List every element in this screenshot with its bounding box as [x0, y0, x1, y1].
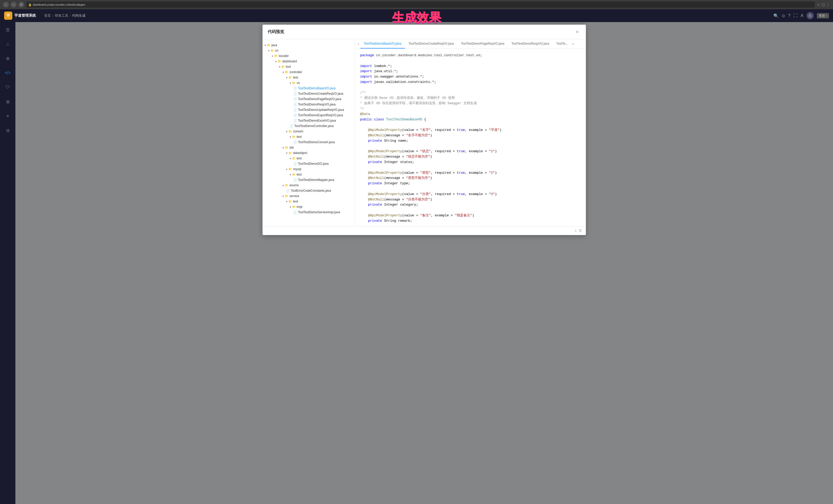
tree-label-7: vo — [297, 81, 300, 85]
search-icon[interactable]: 🔍 — [774, 13, 779, 18]
tree-item-3[interactable]: ▾📁dashboard — [263, 58, 355, 64]
tree-item-13[interactable]: 📄ToolTestDemoExportReqVO.java — [263, 113, 355, 118]
tree-arrow-21: ▾ — [290, 157, 291, 160]
tab-2[interactable]: ToolTestDemoPageReqVO.java — [457, 39, 508, 48]
tree-item-18[interactable]: 📄ToolTestDemoConvert.java — [263, 139, 355, 145]
file-tree: ▾📁java▾📁cn▾📁iocoder▾📁dashboard▾📁tool▾📁co… — [263, 39, 355, 226]
sidebar-item-list[interactable]: ≡ — [3, 111, 12, 121]
code-panel: ‹ ToolTestDemoBaseVO.java ToolTestDemoCr… — [355, 39, 586, 226]
tree-item-19[interactable]: ▾📁dal — [263, 145, 355, 150]
tree-arrow-0: ▾ — [265, 44, 266, 47]
tree-item-4[interactable]: ▾📁tool — [263, 64, 355, 69]
tree-item-14[interactable]: 📄ToolTestDemoExcelVO.java — [263, 118, 355, 123]
tree-item-22[interactable]: 📄ToolTestDemoDO.java — [263, 161, 355, 166]
tree-item-0[interactable]: ▾📁java — [263, 42, 355, 48]
help-icon[interactable]: ? — [788, 13, 790, 18]
tree-item-15[interactable]: 📄ToolTestDemoController.java — [263, 123, 355, 128]
folder-icon-2: 📁 — [274, 54, 278, 57]
breadcrumb: 首页 / 研发工具 / 代码生成 — [44, 13, 86, 18]
back-button[interactable]: ← — [3, 2, 9, 7]
folder-icon-4: 📁 — [281, 65, 285, 68]
tree-label-4: tool — [286, 65, 291, 69]
fullscreen-icon[interactable]: ⛶ — [793, 13, 798, 18]
sidebar-item-code[interactable]: </> — [3, 68, 12, 77]
tree-item-17[interactable]: ▾📁test — [263, 134, 355, 139]
file-icon-11: 📄 — [293, 103, 297, 106]
font-icon[interactable]: A — [801, 13, 804, 18]
sidebar-item-grid[interactable]: ⊟ — [3, 126, 12, 135]
code-field4-ann2: @NotNull(message = "分类不能为空") — [360, 197, 581, 202]
extensions-icon[interactable]: ⬡ — [822, 3, 825, 7]
breadcrumb-sep1: / — [52, 14, 53, 18]
code-class-decl: public class ToolTestDemoBaseVO { — [360, 117, 581, 122]
tree-item-7[interactable]: ▾📁vo — [263, 80, 355, 86]
tree-item-16[interactable]: ▾📁convert — [263, 128, 355, 134]
sidebar-item-shield[interactable]: 🛡 — [3, 82, 12, 92]
tree-arrow-2: ▾ — [272, 55, 273, 57]
content-area: 代码预览 × ▾📁java▾📁cn▾📁iocoder▾📁dashboard▾📁t… — [16, 22, 833, 504]
top-nav: 芋 芋道管理系统 首页 / 研发工具 / 代码生成 🔍 ⊙ ? ⛶ A 已 更新… — [0, 9, 833, 22]
nav-right: 🔍 ⊙ ? ⛶ A 已 更新 › — [774, 12, 829, 19]
tab-next-button[interactable]: › — [571, 40, 575, 48]
tree-arrow-24: ▾ — [290, 173, 291, 176]
tree-label-14: ToolTestDemoExcelVO.java — [298, 119, 336, 122]
tree-item-20[interactable]: ▾📁dataobject — [263, 150, 355, 155]
tree-item-28[interactable]: ▾📁service — [263, 193, 355, 199]
tree-item-31[interactable]: 📄ToolTestDemoServiceImpl.java — [263, 209, 355, 215]
breadcrumb-tools[interactable]: 研发工具 — [55, 13, 68, 18]
user-avatar[interactable]: 已 — [807, 12, 814, 19]
tree-item-29[interactable]: ▾📁test — [263, 199, 355, 204]
logo-area: 芋 芋道管理系统 — [4, 11, 36, 20]
modal-close-button[interactable]: × — [574, 28, 581, 35]
forward-button[interactable]: → — [11, 2, 17, 7]
sidebar-item-menu[interactable]: ☰ — [3, 25, 12, 34]
tree-arrow-5: ▾ — [283, 71, 284, 74]
tab-0[interactable]: ToolTestDemoBaseVO.java — [360, 39, 405, 48]
tree-item-27[interactable]: 📄ToolErrorCodeConstants.java — [263, 188, 355, 193]
reload-button[interactable]: ↺ — [19, 2, 24, 7]
tree-item-12[interactable]: 📄ToolTestDemoUpdateReqVO.java — [263, 107, 355, 113]
sidebar-item-settings[interactable]: ⚙ — [3, 54, 12, 63]
file-icon-27: 📄 — [286, 189, 290, 192]
bookmark-icon[interactable]: ☆ — [817, 3, 820, 7]
tree-item-8[interactable]: 📄ToolTestDemoBaseVO.java — [263, 86, 355, 91]
tab-3[interactable]: ToolTestDemoRespVO.java — [508, 39, 553, 48]
browser-actions: ☆ ⬡ ⋮ — [817, 3, 830, 7]
tree-item-10[interactable]: 📄ToolTestDemoPageReqVO.java — [263, 96, 355, 102]
github-icon[interactable]: ⊙ — [782, 13, 785, 18]
folder-icon-17: 📁 — [292, 135, 295, 138]
update-button[interactable]: 更新 › — [817, 13, 829, 19]
sidebar-item-table[interactable]: ⊞ — [3, 97, 12, 106]
page-label: 页 — [579, 229, 582, 233]
tree-item-24[interactable]: ▾📁test — [263, 172, 355, 177]
code-content[interactable]: package cn.iocoder.dashboard.modules.too… — [355, 49, 586, 226]
tree-item-25[interactable]: 📄ToolTestDemoMapper.java — [263, 177, 355, 183]
breadcrumb-home[interactable]: 首页 — [44, 13, 51, 18]
tab-4[interactable]: ToolTe... — [553, 39, 571, 48]
tree-item-30[interactable]: ▾📁impl — [263, 204, 355, 209]
tab-prev-button[interactable]: ‹ — [357, 40, 360, 48]
code-blank6 — [360, 186, 581, 192]
tree-item-9[interactable]: 📄ToolTestDemoCreateReqVO.java — [263, 91, 355, 96]
left-sidebar: ☰ ⌂ ⚙ </> 🛡 ⊞ ≡ ⊟ — [0, 22, 16, 504]
tab-1[interactable]: ToolTestDemoCreateReqVO.java — [405, 39, 457, 48]
tree-arrow-4: ▾ — [279, 66, 280, 68]
tree-label-24: test — [297, 173, 302, 176]
tree-label-3: dashboard — [282, 59, 297, 63]
tree-item-1[interactable]: ▾📁cn — [263, 48, 355, 53]
tree-label-28: service — [289, 194, 299, 198]
browser-chrome: ← → ↺ 🔒 dashboard.yudao.iocoder.cn/tool/… — [0, 0, 833, 9]
code-package: package cn.iocoder.dashboard.modules.too… — [360, 53, 581, 58]
sidebar-item-home[interactable]: ⌂ — [3, 40, 12, 49]
tree-item-26[interactable]: ▾📁enums — [263, 183, 355, 188]
url-bar[interactable]: 🔒 dashboard.yudao.iocoder.cn/tool/codege… — [26, 2, 815, 8]
tree-item-21[interactable]: ▾📁test — [263, 155, 355, 161]
tree-item-11[interactable]: 📄ToolTestDemoRespVO.java — [263, 102, 355, 107]
menu-icon[interactable]: ⋮ — [826, 3, 830, 7]
tree-item-6[interactable]: ▾📁test — [263, 75, 355, 80]
tree-item-5[interactable]: ▾📁controller — [263, 69, 355, 75]
code-field1-ann1: @ApiModelProperty(value = "名字", required… — [360, 127, 581, 133]
tree-item-2[interactable]: ▾📁iocoder — [263, 53, 355, 58]
folder-icon-20: 📁 — [288, 151, 292, 154]
tree-item-23[interactable]: ▾📁mysql — [263, 166, 355, 172]
